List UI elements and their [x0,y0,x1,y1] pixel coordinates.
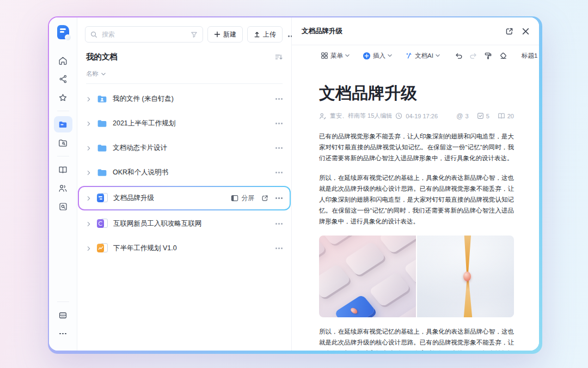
sidebar [49,17,77,351]
doc-content[interactable]: 文档品牌升级 董安、梓南等 15人编辑 04-19 17:26 @ 3 [292,66,539,351]
list-toolbar: 新建 上传 [77,26,291,43]
menu-dropdown[interactable]: 菜单 [319,52,351,60]
row-more-button[interactable] [275,248,283,249]
sidebar-item-wiki[interactable] [54,161,72,178]
upload-icon [254,31,260,38]
list-item-label: 2021上半年工作规划 [113,119,271,128]
reads-count[interactable]: 20 [498,112,514,119]
list-item[interactable]: 互联网新员工入职攻略互联网 [77,212,291,236]
folder-icon [96,142,108,154]
sidebar-item-asset-search[interactable] [54,198,72,215]
sidebar-item-drive[interactable] [54,307,72,323]
row-more-button[interactable] [275,98,283,100]
redo-button[interactable] [466,52,481,60]
list-item[interactable]: 我的文件 (来自钉盘) [77,87,291,111]
list-item-label: 互联网新员工入职攻略互联网 [113,219,271,228]
tasks-count[interactable]: 5 [477,112,489,119]
folder-icon [96,118,108,129]
chevron-right-icon[interactable] [86,121,91,126]
format-painter-button[interactable] [481,52,495,60]
document-list: 我的文件 (来自钉盘) 2021上半年工作规划 文档动态卡片设计 [77,84,291,351]
doc-paragraph-3: 所以，在延续原有视觉记忆的基础上，具象化的表达新品牌心智，这也就是此次品牌升级的… [319,326,514,351]
list-item-label: 我的文件 (来自钉盘) [113,94,271,104]
close-icon[interactable] [522,28,529,35]
chevron-right-icon[interactable] [86,96,91,102]
folder-user-icon [96,93,108,105]
row-more-button[interactable] [275,197,283,199]
star-icon [58,93,68,103]
eraser-button[interactable] [495,52,510,60]
doc-ai-dropdown[interactable]: 文档AI [403,52,442,60]
ribbon-render-image[interactable] [417,236,514,317]
chevron-right-icon[interactable] [86,146,91,151]
share-icon [58,74,68,84]
sidebar-item-more[interactable] [54,325,72,342]
list-item[interactable]: 文档动态卡片设计 [77,136,291,160]
sidebar-item-favorites[interactable] [54,89,72,106]
row-more-button[interactable] [275,123,283,124]
new-button[interactable]: 新建 [207,26,243,43]
redo-icon [469,52,477,60]
insert-dropdown[interactable]: 插入 [361,52,394,60]
chevron-right-icon[interactable] [86,246,91,251]
menu-label: 菜单 [330,52,343,60]
doc-purple-icon [96,218,108,230]
eraser-icon [499,52,507,60]
heading-style-dropdown[interactable]: 标题1 [520,52,539,60]
search-input[interactable] [101,30,187,39]
people-icon [58,183,68,194]
sidebar-item-contacts[interactable] [54,180,72,196]
sidebar-item-my-documents[interactable] [54,116,72,132]
checkbox-icon [477,112,484,119]
chevron-right-icon[interactable] [86,196,91,201]
open-in-new-icon[interactable] [261,195,268,202]
doc-image-row [319,236,514,317]
list-item[interactable]: OKR和个人说明书 [77,160,291,185]
tasks-value: 5 [486,113,489,119]
book-icon [58,165,68,175]
column-header-name[interactable]: 名称 [86,62,283,84]
sidebar-item-folder-search[interactable] [54,135,72,151]
upload-button[interactable]: 上传 [247,26,283,43]
split-screen-label: 分屏 [241,194,254,203]
app-logo-icon[interactable] [57,25,69,39]
folder-icon [96,167,108,178]
chevron-right-icon[interactable] [86,170,91,176]
chevron-down-icon [101,73,106,76]
mentions-count[interactable]: @ 3 [456,113,468,119]
list-item-label: 文档品牌升级 [113,194,226,203]
undo-button[interactable] [451,52,466,60]
upload-button-label: 上传 [263,30,276,39]
folder-search-icon [58,138,68,148]
sidebar-item-home[interactable] [54,52,72,69]
read-book-icon [498,112,505,119]
search-box[interactable] [85,26,203,43]
chevron-right-icon[interactable] [86,221,91,227]
editors-icon [319,112,327,120]
app-window: 新建 上传 我的文档 名称 [48,16,542,354]
row-more-button[interactable] [275,147,283,149]
list-item-selected[interactable]: 文档品牌升级 分屏 [79,187,290,209]
sort-icon[interactable] [274,53,283,61]
grid-menu-icon [321,52,328,59]
list-item[interactable]: 下半年工作规划 V1.0 [77,236,291,261]
row-more-button[interactable] [275,172,283,173]
sidebar-item-shared[interactable] [54,71,72,87]
desktop-background: 新建 上传 我的文档 名称 [0,0,588,368]
new-button-label: 新建 [223,30,236,39]
doc-header-title: 文档品牌升级 [302,27,505,36]
sidebar-divider [57,301,69,302]
open-in-new-icon[interactable] [505,27,513,35]
clock-icon [395,112,402,119]
row-more-button[interactable] [275,223,283,225]
column-name-label: 名称 [86,70,99,78]
doc-editors: 董安、梓南等 15人编辑 [330,112,392,120]
filter-icon[interactable] [191,31,198,38]
split-screen-icon [231,195,238,202]
keyboard-render-image[interactable] [319,236,416,317]
list-item[interactable]: 2021上半年工作规划 [77,111,291,136]
split-screen-button[interactable]: 分屏 [231,194,254,203]
doc-paragraph-2: 所以，在延续原有视觉记忆的基础上，具象化的表达新品牌心智，这也就是此次品牌升级的… [319,172,514,227]
list-item-label: OKR和个人说明书 [113,168,271,177]
selected-item-highlight: 文档品牌升级 分屏 [78,186,291,210]
